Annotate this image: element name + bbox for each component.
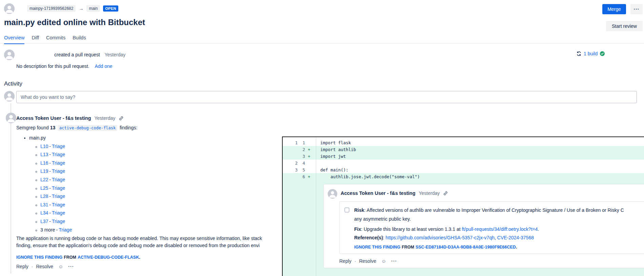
diff-line[interactable]: 2 4 [283, 160, 644, 166]
new-line-number: 2 [298, 147, 305, 152]
triage-link[interactable]: Triage [52, 219, 65, 224]
build-status: 1 build [576, 51, 605, 56]
finding-item: L34-Triage [40, 209, 72, 217]
avatar [4, 91, 15, 102]
add-description-link[interactable]: Add one [95, 63, 112, 69]
build-link[interactable]: 1 build [584, 51, 598, 56]
merge-button[interactable]: Merge [602, 4, 626, 14]
rule-link[interactable]: ACTIVE-DEBUG-CODE-FLASK [78, 255, 139, 260]
finding-item: L25-Triage [40, 184, 72, 192]
finding-line-link[interactable]: L25 [40, 185, 48, 191]
triage-link[interactable]: Triage [52, 160, 65, 166]
pr-tabs: Overview Diff Commits Builds [4, 35, 86, 44]
ignore-finding-link[interactable]: IGNORE THIS FINDING [354, 245, 400, 250]
triage-link[interactable]: Triage [52, 177, 65, 182]
triage-link[interactable]: Triage [52, 168, 65, 174]
triage-link[interactable]: Triage [52, 185, 65, 191]
old-line-number: 3 [283, 167, 298, 172]
page-title: main.py edited online with Bitbucket [4, 18, 145, 27]
rule-chip[interactable]: active-debug-code-flask [58, 125, 117, 131]
finding-item: L28-Triage [40, 192, 72, 201]
breadcrumb: mainpy-1719939562682 → main OPEN [27, 4, 118, 13]
triage-link[interactable]: Triage [52, 202, 65, 207]
finding-more-item: 3 more-Triage [40, 226, 72, 234]
avatar [328, 189, 337, 199]
add-reaction-icon[interactable]: ☺ [381, 258, 386, 264]
target-branch-chip[interactable]: main [86, 5, 100, 12]
diff-line-added[interactable]: 2 + import authlib [283, 146, 644, 153]
old-line-number: 2 [283, 161, 298, 166]
risk-text-line1: : Affected versions of authlib are vulne… [364, 207, 624, 213]
avatar[interactable] [4, 50, 15, 60]
start-review-button[interactable]: Start review [606, 21, 643, 31]
comment-author[interactable]: Access Token User - f&s testing [16, 115, 91, 121]
finding-line-link[interactable]: L31 [40, 202, 48, 207]
diff-line[interactable]: 3 5 def main(): [283, 166, 644, 173]
finding-item: L22-Triage [40, 176, 72, 184]
triage-link[interactable]: Triage [52, 210, 65, 216]
add-reaction-icon[interactable]: ☺ [58, 264, 63, 269]
triage-link[interactable]: Triage [52, 194, 65, 199]
finding-line-link[interactable]: L37 [40, 219, 48, 224]
comment-more-icon[interactable]: ··· [68, 264, 74, 269]
findings-count: 13 [50, 125, 56, 130]
avatar[interactable] [4, 3, 15, 14]
finding-checkbox[interactable] [344, 207, 349, 213]
finding-line-link[interactable]: L28 [40, 194, 48, 199]
more-options-button[interactable]: ··· [630, 4, 643, 14]
tab-commits[interactable]: Commits [46, 35, 65, 44]
fix-label: Fix [354, 226, 361, 232]
triage-link[interactable]: Triage [52, 144, 65, 149]
comment-time: Yesterday [419, 190, 440, 196]
inline-comment-card: Access Token User - f&s testing Yesterda… [323, 184, 644, 268]
more-findings-text: 3 more [40, 227, 55, 233]
finding-line-link[interactable]: L22 [40, 177, 48, 182]
resolve-button[interactable]: Resolve [36, 264, 53, 269]
builds-icon [576, 51, 582, 56]
cve-link[interactable]: CVE-2024-37568 [497, 235, 534, 240]
thread-line [11, 103, 11, 274]
finding-line-link[interactable]: L13 [40, 152, 48, 157]
finding-description: The application is running debug code or… [16, 235, 262, 249]
code-text: import flask [313, 140, 351, 145]
triage-link[interactable]: Triage [52, 152, 65, 157]
diff-line-added[interactable]: 3 + import jwt [283, 153, 644, 160]
diff-line-added[interactable]: 6 + authlib.jose.jwt.decode("some-val") [283, 173, 644, 180]
inline-comment-actions: Reply · Resolve ☺ ··· [339, 258, 644, 264]
triage-link[interactable]: Triage [59, 227, 72, 233]
finding-line-link[interactable]: L10 [40, 144, 48, 149]
avatar [6, 113, 16, 123]
reply-button[interactable]: Reply [16, 264, 28, 269]
tab-builds[interactable]: Builds [73, 35, 86, 44]
code-text: def main(): [313, 167, 348, 172]
fix-link[interactable]: ft/pull-requests/34/diff:oetry.lock?t=4 [462, 226, 538, 232]
resolve-button[interactable]: Resolve [359, 258, 376, 264]
finding-id-link[interactable]: SSC-ED87184D-D3AA-9DB8-8A0E-1980F9E66CED [416, 245, 516, 250]
comment-input[interactable] [16, 91, 637, 103]
finding-item: L19-Triage [40, 167, 72, 176]
new-line-number: 6 [298, 174, 305, 179]
finding-line-link[interactable]: L19 [40, 168, 48, 174]
reply-button[interactable]: Reply [339, 258, 351, 264]
comment-author[interactable]: Access Token User - f&s testing [341, 190, 416, 196]
finding-item: L37-Triage [40, 217, 72, 226]
code-text: import jwt [313, 154, 346, 159]
comment-more-icon[interactable]: ··· [391, 258, 397, 264]
finding-line-link[interactable]: L34 [40, 210, 48, 216]
comment-actions: Reply · Resolve ☺ ··· [16, 264, 74, 269]
arrow-right-icon: → [79, 6, 83, 11]
tab-diff[interactable]: Diff [32, 35, 39, 44]
finding-line-link[interactable]: L16 [40, 160, 48, 166]
file-item: main.py L10-Triage L13-Triage L16-Triage… [29, 134, 72, 234]
tab-overview[interactable]: Overview [4, 35, 24, 44]
comment-intro: Semgrep found 13 active-debug-code-flask… [16, 125, 137, 130]
inline-comment-region: Access Token User - f&s testing Yesterda… [283, 180, 644, 276]
permalink-icon[interactable] [443, 191, 448, 196]
diff-line[interactable]: 1 1 import flask [283, 139, 644, 146]
comment-time: Yesterday [95, 115, 116, 121]
ignore-finding-link[interactable]: IGNORE THIS FINDING [16, 255, 62, 260]
permalink-icon[interactable] [119, 116, 124, 121]
diff-sign: + [305, 147, 313, 152]
source-branch-chip[interactable]: mainpy-1719939562682 [27, 5, 76, 12]
advisory-link[interactable]: https://github.com/advisories/GHSA-5357-… [386, 235, 495, 240]
